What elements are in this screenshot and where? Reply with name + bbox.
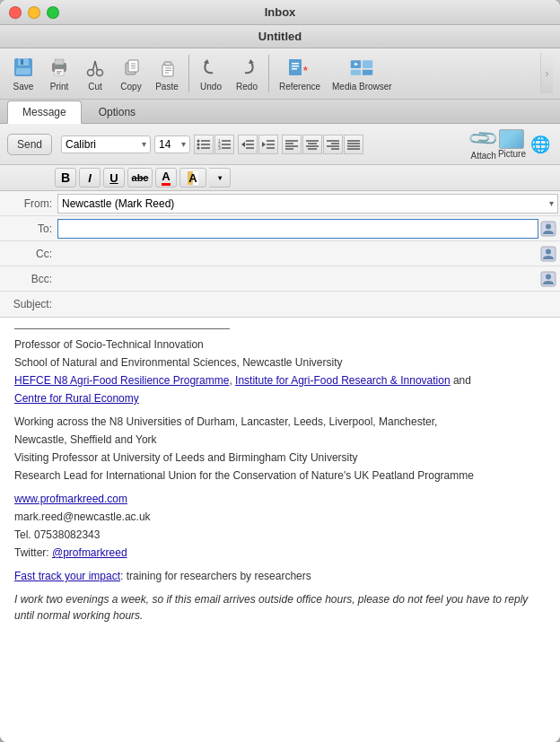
cc-input[interactable] [57, 244, 537, 264]
hefce-link[interactable]: HEFCE N8 Agri-Food Resilience Programme [14, 374, 229, 387]
media-browser-button[interactable]: Media Browser [328, 53, 396, 93]
svg-rect-3 [16, 68, 31, 74]
bcc-input[interactable] [57, 269, 537, 289]
svg-point-75 [546, 249, 551, 254]
tab-message[interactable]: Message [7, 100, 82, 124]
align-right-button[interactable] [323, 135, 343, 154]
signature-divider [14, 328, 230, 329]
print-label: Print [50, 82, 69, 92]
centre-link[interactable]: Centre for Rural Economy [14, 392, 139, 405]
sig-para2-line1: Working across the N8 Universities of Du… [14, 414, 546, 430]
cut-icon [83, 55, 108, 80]
highlight-icon: A [188, 171, 197, 185]
toolbar-scroll-right[interactable]: › [540, 53, 553, 93]
align-left-button[interactable] [282, 135, 302, 154]
svg-marker-52 [262, 142, 266, 147]
redo-button[interactable]: Redo [231, 53, 263, 93]
numbered-list-button[interactable]: 1 2 3 [214, 135, 234, 154]
to-row: To: [0, 216, 560, 241]
font-size-select[interactable]: 14 ▾ [154, 135, 190, 153]
undo-label: Undo [200, 82, 222, 92]
to-label: To: [0, 223, 57, 235]
svg-rect-34 [363, 70, 372, 75]
font-family-select[interactable]: Calibri ▾ [61, 135, 151, 153]
justify-button[interactable] [344, 135, 363, 154]
sig-twitter: Twitter: @profmarkreed [14, 545, 546, 561]
list-button-group: 1 2 3 [194, 135, 234, 154]
font-color-button[interactable]: A [155, 168, 177, 188]
reference-button[interactable]: * Reference [275, 53, 325, 93]
reference-label: Reference [279, 82, 320, 92]
attach-button[interactable]: 📎 Attach [471, 127, 496, 161]
svg-rect-7 [57, 71, 62, 73]
toolbar-separator-2 [268, 55, 269, 92]
fast-track-link[interactable]: Fast track your impact [14, 570, 120, 582]
media-browser-label: Media Browser [332, 82, 392, 92]
save-label: Save [13, 82, 34, 92]
undo-button[interactable]: Undo [195, 53, 227, 93]
svg-rect-27 [292, 63, 299, 65]
font-family-chevron: ▾ [142, 139, 146, 149]
strikethrough-button[interactable]: abc [127, 168, 153, 188]
header-fields: From: Newcastle (Mark Reed) ▾ To: Cc: [0, 191, 560, 318]
close-button[interactable] [9, 6, 22, 19]
indent-button-group [238, 135, 278, 154]
main-toolbar: Save Print [0, 48, 560, 100]
bcc-contact-icon[interactable] [538, 269, 558, 289]
from-row: From: Newcastle (Mark Reed) ▾ [0, 191, 560, 216]
twitter-link[interactable]: @profmarkreed [52, 546, 127, 559]
subject-input[interactable] [57, 294, 558, 314]
italic-button[interactable]: I [79, 168, 101, 188]
tab-options[interactable]: Options [83, 100, 151, 124]
align-center-button[interactable] [302, 135, 322, 154]
to-input[interactable] [57, 219, 538, 239]
send-button[interactable]: Send [7, 134, 52, 155]
right-toolbar-area: 📎 Attach Picture 🌐 [468, 127, 553, 161]
svg-text:*: * [303, 65, 308, 77]
minimize-button[interactable] [28, 6, 40, 19]
indent-increase-button[interactable] [258, 135, 278, 154]
print-button[interactable]: Print [43, 53, 75, 93]
from-select[interactable]: Newcastle (Mark Reed) ▾ [57, 194, 558, 214]
maximize-button[interactable] [47, 6, 59, 19]
picture-button[interactable]: Picture [498, 129, 526, 159]
format-dropdown-arrow: ▾ [218, 174, 222, 182]
bold-button[interactable]: B [55, 168, 76, 188]
highlight-button[interactable]: A [179, 168, 206, 188]
indent-decrease-button[interactable] [238, 135, 258, 154]
cc-contact-icon[interactable] [538, 244, 558, 264]
bullet-list-button[interactable] [194, 135, 214, 154]
cut-button[interactable]: Cut [79, 53, 111, 93]
svg-rect-28 [292, 65, 299, 67]
underline-button[interactable]: U [103, 168, 125, 188]
globe-button[interactable]: 🌐 [528, 132, 553, 157]
svg-point-77 [546, 274, 551, 279]
svg-marker-48 [241, 142, 245, 147]
from-label: From: [0, 197, 57, 210]
reference-icon: * [287, 55, 312, 80]
institute-link[interactable]: Institute for Agri-Food Research & Innov… [235, 374, 450, 387]
email-body[interactable]: Professor of Socio-Technical Innovation … [0, 318, 560, 742]
window-controls [9, 6, 59, 19]
svg-point-38 [197, 143, 200, 145]
paste-label: Paste [155, 82, 179, 92]
paste-button[interactable]: Paste [151, 53, 183, 93]
save-button[interactable]: Save [7, 53, 39, 93]
cc-row: Cc: [0, 241, 560, 266]
format-dropdown-button[interactable]: ▾ [209, 168, 231, 188]
sig-line-2: School of Natural and Environmental Scie… [14, 354, 546, 371]
sig-para2-line4: Research Lead for International Union fo… [14, 467, 546, 484]
svg-marker-25 [249, 59, 254, 64]
svg-rect-8 [57, 73, 60, 74]
sig-email: mark.reed@newcastle.ac.uk [14, 509, 546, 525]
svg-rect-33 [351, 70, 361, 75]
toolbar-separator-1 [188, 55, 189, 92]
font-color-icon: A [162, 170, 170, 186]
to-contact-icon[interactable] [538, 219, 558, 239]
from-chevron: ▾ [549, 198, 554, 208]
copy-button[interactable]: Copy [115, 53, 147, 93]
svg-rect-20 [164, 62, 171, 65]
bcc-label: Bcc: [0, 273, 57, 285]
subject-row: Subject: [0, 292, 560, 317]
svg-line-13 [95, 61, 98, 71]
